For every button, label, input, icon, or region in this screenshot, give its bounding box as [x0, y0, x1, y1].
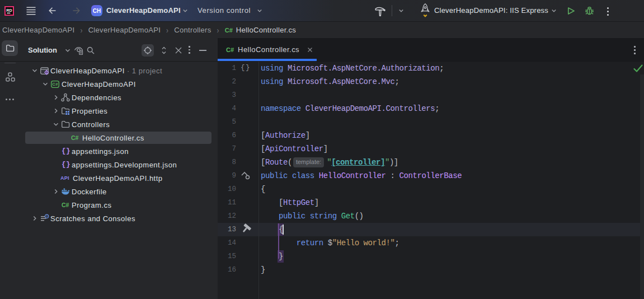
svg-text:C#: C#	[52, 82, 58, 87]
svg-text:RD: RD	[6, 8, 12, 13]
